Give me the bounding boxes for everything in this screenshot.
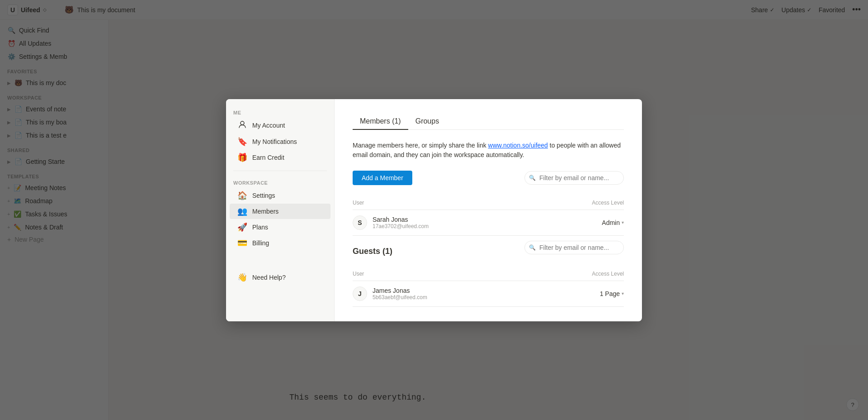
- access-chevron-james: ▾: [622, 291, 624, 296]
- modal-tabs: Members (1) Groups: [353, 114, 624, 130]
- user-info-sarah: S Sarah Jonas 17ae3702@uifeed.com: [353, 215, 429, 230]
- tab-groups[interactable]: Groups: [408, 114, 446, 130]
- modal-plans-icon: 🚀: [237, 222, 248, 232]
- user-email-sarah: 17ae3702@uifeed.com: [373, 223, 429, 229]
- avatar-james: J: [353, 286, 367, 301]
- user-email-james: 5b63aebf@uifeed.com: [373, 294, 427, 301]
- svg-point-0: [241, 121, 244, 125]
- modal-nav-need-help[interactable]: 👋 Need Help?: [230, 270, 330, 285]
- members-table-header: User Access Level: [353, 196, 624, 210]
- guests-section-row: Guests (1) 🔍: [353, 236, 624, 260]
- modal-nav-settings[interactable]: 🏠 Settings: [230, 188, 330, 203]
- table-row: S Sarah Jonas 17ae3702@uifeed.com Admin …: [353, 210, 624, 236]
- members-filter-icon: 🔍: [529, 175, 536, 181]
- guests-table-header: User Access Level: [353, 267, 624, 281]
- modal-billing-icon: 💳: [237, 238, 248, 248]
- user-col-header: User: [353, 200, 364, 206]
- modal-overlay[interactable]: ME My Account 🔖 My Notifications 🎁 Earn …: [0, 0, 868, 420]
- action-row: Add a Member 🔍: [353, 171, 624, 185]
- settings-modal: ME My Account 🔖 My Notifications 🎁 Earn …: [226, 99, 642, 321]
- modal-me-label: ME: [226, 106, 334, 117]
- modal-nav-plans[interactable]: 🚀 Plans: [230, 220, 330, 235]
- modal-members-icon: 👥: [237, 206, 248, 216]
- modal-nav-my-notifications[interactable]: 🔖 My Notifications: [230, 134, 330, 149]
- guests-user-col-header: User: [353, 271, 364, 277]
- my-account-icon: [237, 120, 248, 131]
- modal-nav-earn-credit[interactable]: 🎁 Earn Credit: [230, 150, 330, 165]
- members-filter-wrap: 🔍: [524, 171, 624, 185]
- need-help-icon: 👋: [237, 272, 248, 282]
- user-details-sarah: Sarah Jonas 17ae3702@uifeed.com: [373, 216, 429, 229]
- guests-filter-input[interactable]: [524, 241, 624, 254]
- guests-heading: Guests (1): [353, 247, 392, 256]
- tab-members[interactable]: Members (1): [353, 114, 408, 130]
- access-col-header: Access Level: [592, 200, 624, 206]
- guests-access-col-header: Access Level: [592, 271, 624, 277]
- user-name-sarah: Sarah Jonas: [373, 216, 429, 223]
- modal-nav-billing[interactable]: 💳 Billing: [230, 235, 330, 251]
- add-member-button[interactable]: Add a Member: [353, 171, 412, 185]
- user-info-james: J James Jonas 5b63aebf@uifeed.com: [353, 286, 427, 301]
- modal-sidebar: ME My Account 🔖 My Notifications 🎁 Earn …: [226, 99, 335, 321]
- modal-settings-icon: 🏠: [237, 191, 248, 200]
- modal-nav-members[interactable]: 👥 Members: [230, 204, 330, 219]
- modal-divider: [233, 171, 327, 171]
- members-filter-input[interactable]: [524, 171, 624, 185]
- modal-workspace-label: WORKSPACE: [226, 177, 334, 187]
- modal-main-content: Members (1) Groups Manage members here, …: [335, 99, 642, 321]
- guests-filter-icon: 🔍: [529, 244, 536, 251]
- my-notifications-icon: 🔖: [237, 137, 248, 147]
- user-details-james: James Jonas 5b63aebf@uifeed.com: [373, 287, 427, 301]
- modal-nav-my-account[interactable]: My Account: [230, 118, 330, 134]
- earn-credit-icon: 🎁: [237, 153, 248, 162]
- access-level-sarah[interactable]: Admin ▾: [602, 219, 624, 226]
- avatar-sarah: S: [353, 215, 367, 230]
- uifeed-link[interactable]: www.notion.so/uifeed: [488, 142, 548, 149]
- access-chevron-sarah: ▾: [622, 220, 624, 225]
- table-row: J James Jonas 5b63aebf@uifeed.com 1 Page…: [353, 281, 624, 307]
- user-name-james: James Jonas: [373, 287, 427, 294]
- guests-filter-wrap: 🔍: [524, 241, 624, 254]
- modal-description: Manage members here, or simply share the…: [353, 141, 624, 160]
- access-level-james[interactable]: 1 Page ▾: [600, 290, 624, 297]
